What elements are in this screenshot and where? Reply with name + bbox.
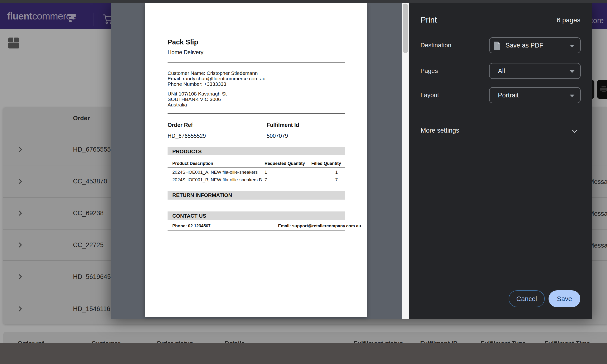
orders-column-header: Order	[73, 115, 90, 122]
contact-phone: Phone: 02 1234567	[172, 224, 211, 229]
caret-down-icon	[570, 45, 574, 47]
print-toolbar-button[interactable]	[597, 80, 607, 99]
order-id-cell[interactable]: HD_1546116	[73, 305, 110, 313]
doc-rule	[168, 63, 345, 63]
expand-row-chevron-icon[interactable]	[17, 305, 24, 312]
doc-rule	[168, 205, 345, 205]
printer-icon	[600, 86, 607, 92]
pdf-file-icon	[494, 42, 500, 50]
expand-row-chevron-icon[interactable]	[17, 178, 24, 185]
pages-value: All	[498, 67, 505, 75]
return-section-title: RETURN INFORMATION	[172, 192, 232, 198]
contact-section-bar: CONTACT US	[168, 211, 345, 220]
caret-down-icon	[570, 70, 574, 73]
destination-dropdown[interactable]: Save as PDF	[489, 37, 581, 53]
shipping-address: UNit 107/108 Kavanagh St SOUTHBANK VIC 3…	[168, 91, 227, 107]
requested-qty-cell: 7	[264, 177, 267, 182]
fluent-brand-mark-icon	[67, 14, 77, 22]
doc-title: Pack Slip	[168, 38, 198, 46]
more-settings-expander[interactable]: More settings	[409, 123, 592, 139]
fluentcommerce-logo: fluentcommerce	[7, 11, 76, 22]
print-preview-pane: Pack Slip Home Delivery Customer Name: C…	[111, 3, 402, 319]
products-section-bar: PRODUCTS	[168, 147, 345, 155]
product-cell: 2024SHOE001_B, NEW fila-ollie-sneakers B	[172, 177, 262, 182]
product-col-header: Product Description	[172, 161, 213, 166]
layout-value: Portrait	[498, 92, 519, 99]
return-section-bar: RETURN INFORMATION	[168, 191, 345, 200]
pages-label: Pages	[421, 67, 438, 75]
preview-scrollbar[interactable]	[402, 3, 409, 319]
doc-rule	[168, 113, 345, 114]
destination-value: Save as PDF	[505, 42, 543, 49]
order-id-cell[interactable]: CC_22725	[73, 241, 104, 249]
order-ref-value: HD_676555529	[168, 133, 206, 139]
doc-subtitle: Home Delivery	[168, 49, 203, 56]
caret-down-icon	[570, 95, 574, 97]
customer-info: Customer Name: Cristopher Stiedemann Ema…	[168, 70, 265, 87]
expand-row-chevron-icon[interactable]	[17, 241, 24, 248]
destination-label: Destination	[421, 42, 451, 49]
preview-scrollbar-thumb[interactable]	[403, 4, 408, 53]
order-id-cell[interactable]: HD_5619645	[73, 273, 111, 281]
pack-slip-page: Pack Slip Home Delivery Customer Name: C…	[145, 3, 367, 317]
pages-dropdown[interactable]: All	[489, 63, 581, 79]
expand-row-chevron-icon[interactable]	[17, 146, 24, 153]
window-top-strip	[0, 0, 607, 3]
fulfilment-id-value: 5007079	[267, 133, 288, 139]
fulfilment-id-label: Fulfilment Id	[267, 122, 299, 128]
print-dialog-title: Print	[421, 15, 437, 25]
more-settings-label: More settings	[421, 127, 459, 134]
contact-email: Email: support@retailercompany.com.au	[278, 224, 361, 229]
cancel-button[interactable]: Cancel	[509, 290, 545, 307]
layout-label: Layout	[421, 91, 439, 99]
doc-row-divider	[168, 174, 345, 174]
expand-row-chevron-icon[interactable]	[17, 273, 24, 280]
panel-divider	[409, 114, 592, 114]
header-divider	[93, 13, 93, 26]
order-id-cell[interactable]: HD_6765555	[73, 146, 111, 153]
print-dialog: Pack Slip Home Delivery Customer Name: C…	[111, 3, 592, 319]
order-id-cell[interactable]: CC_69238	[73, 209, 104, 217]
products-section-title: PRODUCTS	[172, 148, 201, 155]
logo-fluent: fluent	[7, 11, 32, 22]
requested-qty-col-header: Requested Quantity	[264, 161, 305, 166]
package-icon[interactable]	[8, 38, 19, 49]
order-id-cell[interactable]: CC_453870	[73, 178, 107, 185]
layout-dropdown[interactable]: Portrait	[489, 87, 581, 103]
pages-count-label: 6 pages	[557, 16, 581, 24]
chevron-down-icon	[572, 128, 578, 133]
save-button[interactable]: Save	[549, 290, 581, 307]
doc-rule	[168, 230, 345, 231]
contact-section-title: CONTACT US	[172, 213, 206, 219]
order-ref-label: Order Ref	[168, 122, 193, 128]
product-cell: 2024SHOE001_A, NEW fila-ollie-sneakers	[172, 168, 258, 174]
doc-rule	[168, 184, 345, 184]
filled-qty-col-header: Filled Quantity	[311, 161, 341, 166]
print-settings-panel: Print 6 pages Destination Save as PDF Pa…	[409, 3, 592, 319]
bottom-bar	[0, 343, 607, 364]
filled-qty-cell: 7	[335, 177, 338, 182]
expand-row-chevron-icon[interactable]	[17, 209, 24, 217]
